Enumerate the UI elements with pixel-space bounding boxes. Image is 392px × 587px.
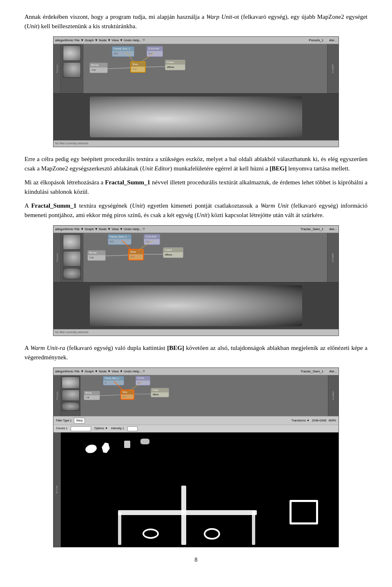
toolbar-text-1: allegorithmic File ▼ Graph ▼ Node ▼ View… [55,38,145,43]
node-bitmap-2: Bitmap □ in [87,250,106,261]
paragraph-3: Mi az élkopások létrehozására a Fractal_… [24,178,368,196]
node-bitmap-3: Bitmap □ in [84,391,100,400]
svg-line-1 [146,67,165,67]
node-output-title-3: Output [151,388,169,392]
italic-unit-3: Unit [197,212,208,218]
paragraph-5: A Warm Unit-ra (felkavaró egység) való d… [24,343,368,362]
node-bitmap-body: □ in [91,68,106,72]
thumb-1b [63,62,81,78]
node-bitmap-title-2: Bitmap [88,251,105,255]
node-fractal-body-3: □ [105,381,122,385]
paragraph-4: A Fractal_Summ_1 textúra egységének (Uni… [24,201,368,220]
node-bitmap-1: Bitmap □ in [89,63,108,73]
node-warp-body-2: ○ ○ [131,255,141,259]
resolution-label: 2048×2048 [312,419,326,423]
props-bar-3b: Curves 1 Options ▼ Intensity 1 [53,425,339,432]
node-fxpuf-title-2: ☑ FX-PuF [144,235,160,239]
warp-shape-1 [85,444,98,455]
node-fractal-1: Fractal_Svm_1 □ □ [112,46,134,57]
warp-square [290,500,318,524]
thumb-2c [63,268,81,279]
right-panel-label-1: Fx-MAP [331,64,335,73]
node-fxpuf-title-3: FX-PuF [136,376,150,381]
node-output-body-3: diffuse [153,393,167,397]
zoom-label: 809% [329,419,336,423]
right-panel-label-3: Fx-MAP [332,391,335,400]
toolbar-text-2: allegorithmic File ▼ Graph ▼ Node ▼ View… [55,227,145,232]
node-warp-title: Warp [131,62,145,67]
node-warp-body-3: ○ ○ [123,395,132,399]
node-fxpuf-body-3: □ ○ [138,381,148,385]
left-sidebar-3: Presets [53,375,61,416]
preview-cloud-1 [90,96,302,137]
node-bitmap-title-3: Bitmap [84,391,100,395]
warp-shape-line1 [118,512,121,545]
side-label-presets-2: Presets [55,253,59,262]
bold-beg-2: [BEG] [167,345,184,351]
node-canvas-1: Fractal_Svm_1 □ □ ☑ FX-PuF □ ○ Bitmap □ … [83,44,339,93]
node-bitmap-body-3: □ in [86,396,98,399]
node-warp-2: Warp ○ ○ [128,249,144,260]
italic-warp: Warp Unit [206,13,232,20]
node-fractal-3: Tractar_Swm_1 □ [103,376,124,385]
screenshot-2-container: allegorithmic File ▼ Graph ▼ Node ▼ View… [24,225,368,336]
svg-line-8 [100,395,120,396]
left-sidebar-2: Presets [53,233,61,282]
curves-label: Curves 1 [56,426,67,431]
intensity-input [127,426,138,431]
toolbar-preset-1: Presets_1 [309,38,323,43]
filter-type-value: Warp [74,418,85,424]
node-fractal-title: Fractal_Svm_1 [112,47,134,51]
node-bitmap-body-2: □ in [89,256,104,260]
toolbar-abr-3: Abr... [329,369,337,374]
screenshot-2: allegorithmic File ▼ Graph ▼ Node ▼ View… [53,225,339,336]
preset-panel-2 [61,233,83,282]
toolbar-2: allegorithmic File ▼ Graph ▼ Node ▼ View… [53,226,339,233]
bold-beg-1: [BEG] [270,165,287,172]
transforms-label: Transforms ▼ [292,419,310,423]
thumb-2b [63,251,81,267]
node-canvas-3: Tractar_Swm_1 □ FX-PuF □ ○ Bitmap □ in W… [80,375,339,416]
filter-type-label: Filter Type 1 [56,419,71,423]
side-label-presets-3: Presets [55,392,59,400]
node-warp-1: Warp ○ ○ [130,61,146,73]
warp-circle2 [204,528,220,540]
node-output-body: diffuse [167,65,183,69]
3dedit-panel: 3D Edit [53,432,61,547]
italic-unit-1: Unit [27,23,38,29]
bold-fractal-1: Fractal_Summ_1 [105,179,150,186]
warp-tiny2 [140,439,149,444]
screenshot-3-container: allegorithmic File ▼ Graph ▼ Node ▼ View… [24,367,368,547]
preview-area-2 [53,282,339,329]
bottom-bar-1: No filter currently selected. [53,140,339,147]
node-area-3: Presets Tractar_Swm_1 □ FX-PuF □ ○ [53,375,339,416]
toolbar-text-3: allegorithmic File ▼ Graph ▼ Node ▼ View… [55,369,145,374]
node-fractal-body: □ □ [114,52,132,56]
node-canvas-2: Tractar_Swm_1 □ □ ☑ FX-PuF □ ○ Bitmap □ … [83,233,339,282]
italic-unit-2: Unit [132,202,143,209]
node-bitmap-title: Bitmap [90,63,107,67]
node-fxpuf-body-2: □ ○ [146,240,158,244]
toolbar-abr-1: Abr... [329,38,337,43]
preview-area-1 [53,93,339,140]
warp-preview [61,432,339,547]
toolbar-preset-3: Tractar_Swm_1 [301,369,323,374]
screenshot-1: allegorithmic File ▼ Graph ▼ Node ▼ View… [53,36,339,147]
italic-unit-editor: Unit Editor [142,165,170,172]
right-panel-3: Fx-MAP [328,375,339,416]
bottom-text-1: No filter currently selected. [55,141,89,146]
right-panel-1: Fx-MAP [327,44,339,93]
node-warp-body: ○ ○ [133,67,143,71]
node-warp-title-2: Warp [129,250,143,254]
node-output-body-2: diffuse [165,253,181,257]
right-panel-2: Fx-MAP [327,233,339,282]
warp-circle [143,529,159,539]
node-output-title: Output [165,60,185,65]
node-area-2: Presets Tractar_Swm_1 □ □ ☑ FX- [53,233,339,282]
page-content: Annak érdekében viszont, hogy a program … [24,12,368,564]
node-fractal-body-2: □ □ [110,240,129,244]
thumb-3b [62,390,80,401]
toolbar-abr-2: Abr... [329,227,337,232]
warp-shape-2 [101,442,111,453]
node-area-1: Presets Fractal_Svm_1 □ □ ☑ FX-Pu [53,44,339,93]
